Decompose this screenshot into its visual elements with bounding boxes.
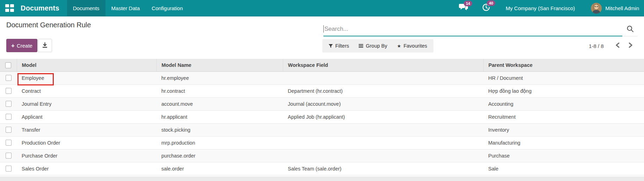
pager-range: 1-8 / 8 [589, 43, 604, 49]
row-checkbox-cell [0, 149, 17, 162]
cell-model[interactable]: Purchase Order [17, 149, 156, 162]
cell-model-name[interactable]: purchase.order [156, 149, 283, 162]
cell-parent-workspace[interactable]: Inventory [483, 123, 644, 136]
favourites-label: Favourites [403, 43, 427, 49]
cell-model-name[interactable]: mrp.production [156, 136, 283, 149]
cell-model[interactable]: Journal Entry [17, 97, 156, 110]
app-brand: Documents [21, 4, 59, 12]
row-checkbox[interactable] [6, 166, 12, 172]
pager: 1-8 / 8 [589, 39, 635, 53]
menu-item-configuration[interactable]: Configuration [146, 0, 189, 16]
group-by-lines-icon [359, 44, 363, 48]
search-input[interactable]: Search... [323, 22, 622, 36]
row-checkbox[interactable] [6, 75, 12, 81]
row-checkbox[interactable] [6, 140, 12, 146]
menu-item-documents[interactable]: Documents [67, 0, 105, 16]
magnifier-icon [627, 25, 634, 34]
control-panel: Document Generation Rule + Create Search… [0, 16, 644, 59]
company-switcher[interactable]: My Company (San Francisco) [506, 5, 575, 11]
row-checkbox-cell [0, 162, 17, 175]
download-icon [42, 42, 48, 49]
cell-workspace-field[interactable] [283, 71, 483, 84]
cell-model[interactable]: Contract [17, 84, 156, 97]
group-by-button[interactable]: Group By [359, 43, 387, 49]
row-checkbox[interactable] [6, 114, 12, 120]
table-row[interactable]: Applicant hr.applicant Applied Job (hr.a… [0, 110, 644, 123]
cell-model-name[interactable]: hr.contract [156, 84, 283, 97]
cell-parent-workspace[interactable]: Accounting [483, 97, 644, 110]
cell-parent-workspace[interactable]: Purchase [483, 149, 644, 162]
user-avatar[interactable] [591, 3, 602, 14]
row-checkbox[interactable] [6, 153, 12, 159]
column-header-parent-workspace[interactable]: Parent Workspace [483, 59, 644, 71]
filters-button[interactable]: Filters [329, 43, 349, 49]
select-all-cell [0, 59, 17, 71]
cell-model[interactable]: Transfer [17, 123, 156, 136]
favourites-button[interactable]: ★ Favourites [397, 43, 427, 49]
cell-workspace-field[interactable] [283, 149, 483, 162]
table-row[interactable]: Sales Order sale.order Sales Team (sale.… [0, 162, 644, 175]
table-row[interactable]: Contract hr.contract Department (hr.cont… [0, 84, 644, 97]
table-row[interactable]: Purchase Order purchase.order Purchase [0, 149, 644, 162]
cell-workspace-field[interactable] [283, 136, 483, 149]
column-header-model-name[interactable]: Model Name [156, 59, 283, 71]
records-table: Model Model Name Workspace Field Parent … [0, 59, 644, 175]
table-row[interactable]: Production Order mrp.production Manufact… [0, 136, 644, 149]
activities-button[interactable]: 40 [482, 3, 490, 13]
star-icon: ★ [397, 43, 401, 49]
messages-button[interactable]: 14 [459, 4, 468, 13]
cell-model-name[interactable]: stock.picking [156, 123, 283, 136]
search-submit-button[interactable] [622, 22, 638, 36]
cell-model-name[interactable]: hr.applicant [156, 110, 283, 123]
cell-parent-workspace[interactable]: Hợp đồng lao động [483, 84, 644, 97]
column-header-model[interactable]: Model [17, 59, 156, 71]
chevron-right-icon [629, 42, 633, 49]
cell-model[interactable]: Employee [17, 71, 156, 84]
user-menu[interactable]: Mitchell Admin [605, 5, 639, 11]
cell-model[interactable]: Sales Order [17, 162, 156, 175]
export-button[interactable] [38, 39, 52, 52]
app-menu: Documents Master Data Configuration [67, 0, 189, 16]
cell-workspace-field[interactable]: Journal (account.move) [283, 97, 483, 110]
row-checkbox[interactable] [6, 101, 12, 107]
cell-parent-workspace[interactable]: HR / Document [483, 71, 644, 84]
cell-parent-workspace[interactable]: Recruitment [483, 110, 644, 123]
menu-item-master-data[interactable]: Master Data [105, 0, 146, 16]
cell-model-name[interactable]: account.move [156, 97, 283, 110]
apps-grid-icon[interactable] [5, 4, 14, 12]
row-checkbox[interactable] [6, 88, 12, 94]
filters-label: Filters [335, 43, 349, 49]
column-header-workspace-field[interactable]: Workspace Field [283, 59, 483, 71]
row-checkbox-cell [0, 97, 17, 110]
search-bar: Search... [323, 22, 638, 36]
top-navbar: Documents Documents Master Data Configur… [0, 0, 644, 16]
navbar-left: Documents Documents Master Data Configur… [0, 0, 189, 16]
table-row[interactable]: Employee hr.employee HR / Document [0, 71, 644, 84]
cell-workspace-field[interactable]: Sales Team (sale.order) [283, 162, 483, 175]
row-checkbox[interactable] [6, 127, 12, 133]
pager-previous-button[interactable] [613, 41, 622, 50]
cell-model[interactable]: Production Order [17, 136, 156, 149]
create-button[interactable]: + Create [6, 39, 37, 52]
funnel-icon [329, 44, 333, 48]
cell-model[interactable]: Applicant [17, 110, 156, 123]
cell-parent-workspace[interactable]: Sale [483, 162, 644, 175]
table-header-row: Model Model Name Workspace Field Parent … [0, 59, 644, 71]
cell-workspace-field[interactable]: Applied Job (hr.applicant) [283, 110, 483, 123]
list-view: Model Model Name Workspace Field Parent … [0, 59, 644, 175]
action-buttons: + Create [6, 39, 52, 52]
chat-bubbles-icon [459, 6, 468, 12]
cell-workspace-field[interactable]: Department (hr.contract) [283, 84, 483, 97]
select-all-checkbox[interactable] [5, 62, 11, 68]
cell-parent-workspace[interactable]: Manufacturing [483, 136, 644, 149]
table-row[interactable]: Transfer stock.picking Inventory [0, 123, 644, 136]
pager-next-button[interactable] [626, 41, 635, 50]
cell-model-name[interactable]: sale.order [156, 162, 283, 175]
table-row[interactable]: Journal Entry account.move Journal (acco… [0, 97, 644, 110]
row-checkbox-cell [0, 71, 17, 84]
cell-workspace-field[interactable] [283, 123, 483, 136]
bottom-strip [0, 176, 644, 181]
cell-model-name[interactable]: hr.employee [156, 71, 283, 84]
chevron-left-icon [615, 42, 620, 49]
page-title: Document Generation Rule [6, 21, 91, 29]
